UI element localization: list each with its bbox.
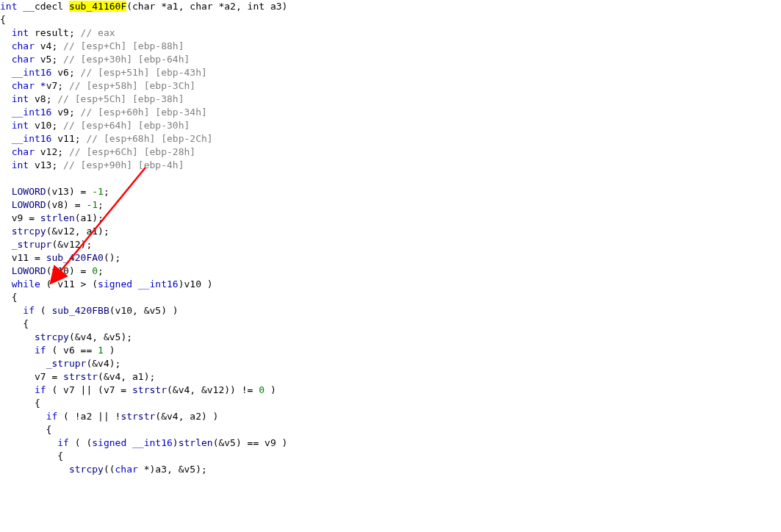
decompiled-code: int __cdecl sub_41160F(char *a1, char *a… [0,0,781,476]
highlighted-func-name: sub_41160F [69,1,126,12]
func-signature: int __cdecl sub_41160F(char *a1, char *a… [0,1,287,12]
